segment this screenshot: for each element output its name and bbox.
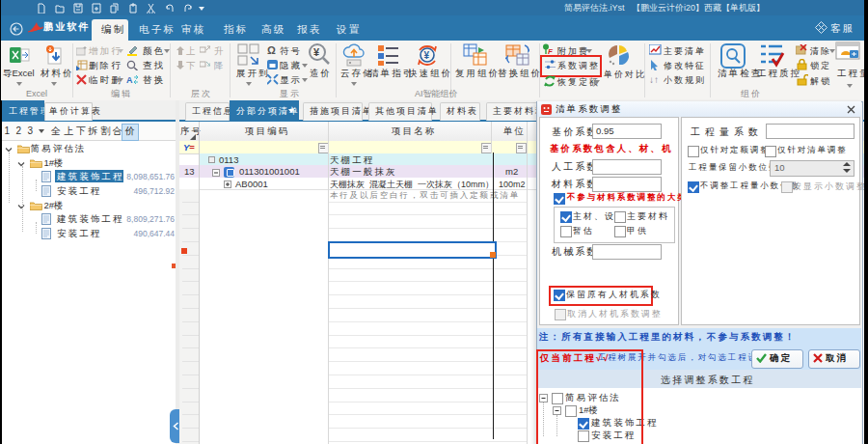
svg-text:F: F [548, 47, 554, 55]
svg-text:¥: ¥ [424, 50, 430, 61]
svg-text:↓↑: ↓↑ [649, 74, 659, 85]
svg-text:A: A [126, 75, 133, 85]
svg-text:¥: ¥ [313, 46, 320, 58]
